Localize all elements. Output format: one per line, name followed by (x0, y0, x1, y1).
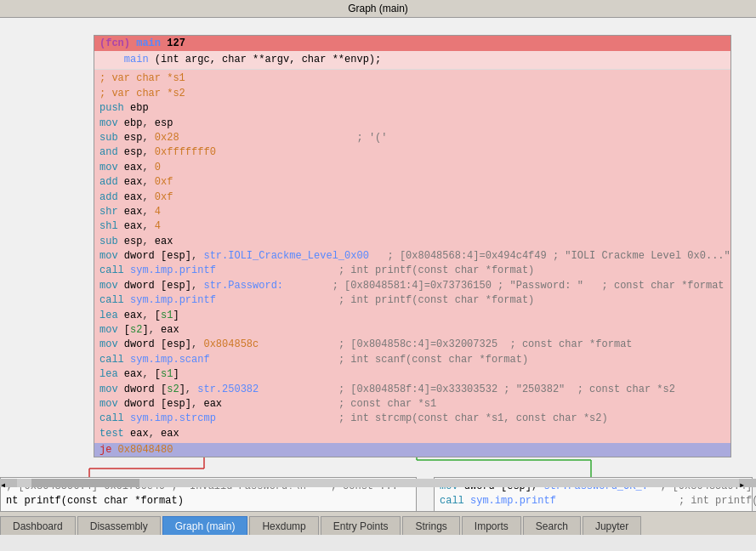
code-line: lea eax, [s1] (99, 367, 725, 382)
title-bar: Graph (main) (0, 0, 756, 18)
node-header: (fcn) main 127 (94, 36, 730, 51)
code-line: and esp, 0xfffffff0 (99, 145, 725, 160)
code-line: mov dword [esp], 0x804858c ; [0x804858c:… (99, 338, 725, 352)
code-line: mov dword [esp], eax ; const char *s1 (99, 397, 725, 412)
tab-jupyter[interactable]: Jupyter (583, 516, 641, 535)
code-line: push ebp (99, 101, 725, 116)
code-line: call sym.imp.scanf ; int scanf(const cha… (99, 353, 725, 367)
tabs-bar: Dashboard Disassembly Graph (main) Hexdu… (0, 511, 756, 535)
tab-disassembly[interactable]: Disassembly (77, 516, 161, 535)
node-subheader: main (int argc, char **argv, char **envp… (94, 51, 730, 70)
code-line: call sym.imp.strcmp ; int strcmp(const c… (99, 412, 725, 426)
main-code-node: (fcn) main 127 main (int argc, char **ar… (94, 35, 731, 457)
code-line: mov eax, 0 (99, 161, 725, 175)
code-line: mov dword [esp], str.Password: ; [0x8048… (99, 279, 725, 293)
code-line: ; var char *s2 (99, 87, 725, 101)
code-line: call sym.imp.printf ; int printf(cons (440, 494, 747, 508)
code-line: mov [s2], eax (99, 323, 725, 338)
code-line: test eax, eax (99, 427, 725, 441)
func-num: 127 (167, 37, 185, 49)
code-line: sub esp, 0x28 ; '(' (99, 131, 725, 145)
code-line: sub esp, eax (99, 235, 725, 249)
tab-hexdump[interactable]: Hexdump (249, 516, 318, 535)
code-line: shl eax, 4 (99, 219, 725, 234)
code-line: mov dword [s2], str.250382 ; [0x804858f:… (99, 383, 725, 397)
code-line: call sym.imp.printf ; int printf(const c… (99, 293, 725, 308)
node-last-line: je 0x8048480 (94, 443, 730, 457)
code-line: call sym.imp.printf ; int printf(const c… (99, 264, 725, 278)
tab-dashboard[interactable]: Dashboard (0, 516, 76, 535)
code-line: shr eax, 4 (99, 205, 725, 219)
code-line: ; var char *s1 (99, 71, 725, 86)
code-line: mov dword [esp], str.IOLI_Crackme_Level_… (99, 249, 725, 264)
code-line: add eax, 0xf (99, 190, 725, 205)
tab-imports[interactable]: Imports (462, 516, 521, 535)
fcn-keyword: (fcn) (99, 37, 130, 49)
tab-entry-points[interactable]: Entry Points (321, 516, 401, 535)
tab-graph-main[interactable]: Graph (main) (162, 516, 248, 535)
scroll-right-btn[interactable]: ▸ (739, 479, 756, 487)
code-line: nt printf(const char *format) (6, 494, 411, 508)
func-name: main (136, 37, 167, 49)
code-line: lea eax, [s1] (99, 309, 725, 323)
scroll-left-btn[interactable]: ◂ (0, 479, 17, 487)
tab-strings[interactable]: Strings (402, 516, 459, 535)
node-body: ; var char *s1 ; var char *s2 push ebp m… (94, 70, 730, 443)
code-line: mov ebp, esp (99, 116, 725, 131)
window-title: Graph (main) (348, 3, 408, 14)
code-line: add eax, 0xf (99, 175, 725, 190)
main-area: (fcn) main 127 main (int argc, char **ar… (0, 18, 756, 511)
tab-search[interactable]: Search (523, 516, 581, 535)
